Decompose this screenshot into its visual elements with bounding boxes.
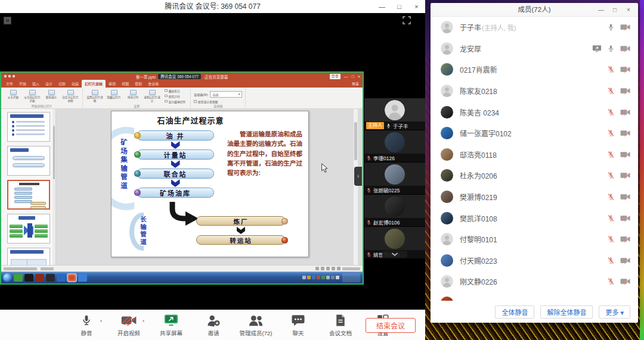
toolbar-mic-button[interactable]: ▴静音 bbox=[69, 314, 104, 337]
mic-muted-icon[interactable] bbox=[607, 257, 615, 264]
toolbar-share-screen-button[interactable]: 共享屏幕 bbox=[154, 314, 188, 337]
video-tile[interactable]: 赵宏博0106 bbox=[364, 195, 425, 226]
signin-button[interactable]: 登录 bbox=[330, 74, 340, 79]
mic-muted-icon[interactable] bbox=[607, 277, 615, 285]
collapse-panel-handle[interactable]: › bbox=[354, 167, 362, 186]
minimize-button[interactable]: — bbox=[373, 0, 391, 13]
ppt-tab[interactable]: 开始 bbox=[16, 80, 29, 88]
member-row[interactable]: 储一张嘉宇0102 bbox=[431, 123, 638, 144]
mic-muted-icon[interactable] bbox=[607, 87, 615, 95]
slide-thumbnail[interactable] bbox=[7, 180, 50, 210]
member-row[interactable]: 龙安厚 bbox=[431, 38, 638, 60]
video-tile[interactable]: 李珊0126 bbox=[364, 130, 425, 162]
member-row[interactable]: 于子丰(主持人, 我) bbox=[431, 17, 638, 38]
ppt-tab[interactable]: 文件 bbox=[3, 80, 16, 88]
ppt-tab[interactable]: 帮助 bbox=[132, 80, 145, 88]
mic-muted-icon[interactable] bbox=[607, 235, 615, 243]
taskbar-app-icon[interactable] bbox=[14, 274, 23, 282]
taskbar-app-icon[interactable] bbox=[46, 274, 55, 282]
unmute-all-button[interactable]: 解除全体静音 bbox=[540, 305, 593, 319]
ppt-tab[interactable]: 切换 bbox=[55, 80, 69, 88]
view-slideshow-button[interactable] bbox=[337, 267, 340, 270]
ribbon-button[interactable]: 自定义幻灯片放映 bbox=[61, 89, 79, 103]
ppt-tab[interactable]: 视图 bbox=[119, 80, 132, 88]
video-tile[interactable]: 主持人于子丰 bbox=[364, 98, 425, 130]
taskbar-app-icon[interactable] bbox=[35, 274, 44, 282]
taskbar-app-icon[interactable] bbox=[57, 274, 66, 282]
ppt-share-button[interactable]: 共享 bbox=[352, 81, 359, 88]
ribbon-button[interactable]: 隐藏幻灯片 bbox=[105, 89, 123, 103]
camera-off-icon[interactable] bbox=[620, 257, 630, 264]
slide-thumbnail[interactable] bbox=[7, 248, 50, 265]
member-row[interactable]: 杜永为0206 bbox=[431, 165, 638, 186]
ribbon-button[interactable]: 设置幻灯片放映 bbox=[86, 89, 104, 103]
panel-minimize-button[interactable]: — bbox=[595, 3, 607, 17]
ribbon-button[interactable]: 从头开始 bbox=[4, 89, 22, 103]
ppt-tab[interactable]: 设计 bbox=[42, 80, 55, 88]
ribbon-button[interactable]: 排练计时 bbox=[124, 89, 142, 103]
mic-muted-icon[interactable] bbox=[607, 214, 615, 222]
ribbon-button[interactable]: 从当前幻灯片开始 bbox=[23, 89, 41, 103]
toolbar-invite-button[interactable]: 邀请 bbox=[196, 314, 231, 337]
ppt-tab[interactable]: 幻灯片放映 bbox=[82, 80, 106, 88]
member-row[interactable]: 0217肖震新 bbox=[431, 59, 638, 80]
tell-me-box[interactable]: 告诉我 bbox=[145, 80, 162, 88]
slide-thumbnail[interactable] bbox=[7, 214, 50, 244]
view-sorter-button[interactable] bbox=[332, 267, 335, 270]
mic-muted-icon[interactable] bbox=[607, 171, 615, 179]
panel-maximize-button[interactable]: □ bbox=[609, 3, 621, 17]
more-button[interactable]: 更多 ▾ bbox=[599, 305, 630, 319]
camera-off-icon[interactable] bbox=[620, 171, 630, 179]
view-normal-button[interactable] bbox=[326, 267, 330, 270]
camera-off-icon[interactable] bbox=[620, 45, 630, 52]
member-row[interactable]: 樊凯洋0108 bbox=[431, 207, 638, 229]
layout-icon[interactable] bbox=[4, 17, 11, 24]
monitor-dropdown[interactable]: 监视器(M): 自动▾ bbox=[194, 91, 242, 98]
ppt-maximize-button[interactable]: □ bbox=[352, 73, 354, 80]
camera-off-icon[interactable] bbox=[620, 235, 630, 243]
mic-muted-icon[interactable] bbox=[607, 151, 615, 158]
camera-off-icon[interactable] bbox=[620, 214, 630, 222]
camera-off-icon[interactable] bbox=[620, 129, 630, 137]
member-row[interactable]: 陈家友0218 bbox=[431, 80, 638, 102]
mic-icon[interactable] bbox=[607, 45, 615, 52]
caret-up-icon[interactable]: ▴ bbox=[143, 318, 144, 322]
vertical-scrollbar[interactable] bbox=[353, 109, 358, 265]
mic-muted-icon[interactable] bbox=[607, 129, 615, 137]
ppt-close-button[interactable]: × bbox=[358, 73, 360, 80]
camera-off-icon[interactable] bbox=[620, 151, 630, 158]
camera-off-icon[interactable] bbox=[620, 277, 630, 285]
ribbon-checkbox[interactable]: 播放旁白 bbox=[165, 89, 185, 93]
slide-thumbnail[interactable] bbox=[7, 112, 50, 142]
mic-muted-icon[interactable] bbox=[607, 65, 615, 73]
ribbon-checkbox[interactable]: 使用计时 bbox=[165, 94, 185, 98]
mute-all-button[interactable]: 全体静音 bbox=[495, 305, 534, 319]
ppt-minimize-button[interactable]: — bbox=[344, 73, 348, 80]
presenter-view-checkbox[interactable]: 使用演示者视图 bbox=[194, 99, 242, 104]
member-row[interactable]: 付黎明0101 bbox=[431, 229, 638, 250]
ribbon-checkbox[interactable]: 显示媒体控件 bbox=[165, 99, 185, 104]
fullscreen-icon[interactable] bbox=[402, 16, 411, 24]
caret-up-icon[interactable]: ▴ bbox=[100, 318, 102, 322]
member-row[interactable]: 刚文静0226 bbox=[431, 271, 638, 292]
zoom-slider[interactable] bbox=[342, 267, 360, 270]
member-row[interactable]: 付天赐0223 bbox=[431, 250, 638, 272]
thumbnail-scrollbar[interactable] bbox=[52, 109, 55, 265]
start-button[interactable] bbox=[3, 273, 12, 282]
ppt-tab[interactable]: 动画 bbox=[69, 80, 82, 88]
mic-icon[interactable] bbox=[607, 23, 615, 31]
mic-muted-icon[interactable] bbox=[607, 108, 615, 116]
end-meeting-button[interactable]: 结束会议 bbox=[366, 318, 416, 333]
notes-button[interactable] bbox=[315, 267, 319, 270]
camera-off-icon[interactable] bbox=[620, 108, 630, 116]
ppt-tab[interactable]: 审阅 bbox=[106, 80, 119, 88]
camera-off-icon[interactable] bbox=[620, 87, 630, 95]
camera-off-icon[interactable] bbox=[620, 193, 630, 201]
taskbar-app-icon[interactable] bbox=[78, 274, 87, 282]
video-tile[interactable]: 张朗毓0225 bbox=[364, 163, 425, 194]
ppt-tab[interactable]: 插入 bbox=[29, 80, 42, 88]
panel-close-button[interactable]: × bbox=[623, 3, 634, 17]
toolbar-chat-button[interactable]: 聊天 bbox=[281, 314, 315, 337]
collapse-videos-button[interactable] bbox=[382, 251, 407, 258]
camera-off-icon[interactable] bbox=[620, 23, 630, 31]
